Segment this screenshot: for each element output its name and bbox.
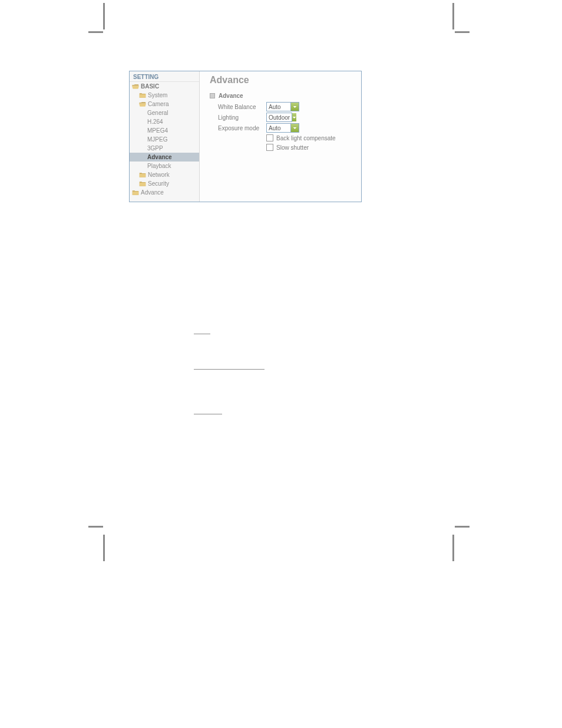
sidebar-item-system[interactable]: System — [130, 91, 199, 100]
exposure-select[interactable]: Auto — [266, 123, 299, 133]
sidebar-item-label: H.264 — [147, 118, 163, 125]
sidebar-item-advance[interactable]: Advance — [130, 153, 199, 162]
sidebar-item-label: Camera — [148, 101, 169, 107]
sidebar-item-mpeg4[interactable]: MPEG4 — [130, 126, 199, 135]
settings-panel: SETTING BASIC System Camera — [129, 71, 362, 202]
decorative-mark — [103, 535, 105, 561]
folder-icon — [139, 92, 146, 99]
sidebar-item-3gpp[interactable]: 3GPP — [130, 144, 199, 153]
decorative-underline — [194, 334, 210, 334]
settings-main: Advance Advance White Balance Auto L — [200, 71, 361, 202]
decorative-mark — [103, 3, 105, 29]
sidebar-item-security[interactable]: Security — [130, 179, 199, 188]
chevron-down-icon — [290, 103, 299, 111]
folder-open-icon — [139, 101, 146, 108]
lighting-select[interactable]: Outdoor — [266, 113, 292, 122]
folder-icon — [132, 189, 139, 196]
exposure-row: Exposure mode Auto — [218, 123, 355, 133]
select-value: Auto — [267, 125, 290, 131]
sidebar-item-mjpeg[interactable]: MJPEG — [130, 135, 199, 144]
sidebar-item-label: System — [148, 92, 167, 98]
sidebar-item-label: Playback — [147, 163, 171, 169]
decorative-underline — [194, 369, 265, 370]
white-balance-select[interactable]: Auto — [266, 102, 299, 111]
folder-icon — [139, 180, 146, 187]
decorative-underline — [194, 414, 222, 414]
select-value: Auto — [267, 104, 290, 110]
section-heading: Advance — [210, 93, 355, 99]
exposure-label: Exposure mode — [218, 125, 266, 131]
chevron-down-icon — [290, 124, 299, 132]
sidebar-item-general[interactable]: General — [130, 108, 199, 117]
decorative-mark — [88, 526, 103, 528]
checkbox-icon — [266, 144, 273, 151]
folder-open-icon — [132, 83, 139, 90]
backlight-checkbox-label: Back light compensate — [276, 135, 336, 141]
chevron-down-icon — [292, 113, 296, 121]
decorative-mark — [452, 535, 454, 561]
decorative-mark — [455, 31, 470, 33]
lighting-row: Lighting Outdoor — [218, 112, 355, 123]
slow-shutter-checkbox-row[interactable]: Slow shutter — [266, 143, 355, 152]
sidebar-item-label: Advance — [141, 189, 164, 196]
white-balance-row: White Balance Auto — [218, 101, 355, 112]
decorative-mark — [455, 526, 470, 528]
sidebar-item-camera[interactable]: Camera — [130, 100, 199, 108]
sidebar-group-basic[interactable]: BASIC — [130, 82, 199, 91]
sidebar-item-playback[interactable]: Playback — [130, 162, 199, 170]
square-bullet-icon — [210, 93, 215, 98]
folder-icon — [139, 172, 146, 179]
lighting-label: Lighting — [218, 114, 266, 121]
sidebar-group-advance[interactable]: Advance — [130, 188, 199, 197]
backlight-checkbox-row[interactable]: Back light compensate — [266, 133, 355, 143]
sidebar-item-label: Advance — [147, 154, 172, 160]
section-heading-label: Advance — [219, 93, 243, 99]
sidebar-item-label: General — [147, 110, 168, 116]
sidebar-item-h264[interactable]: H.264 — [130, 117, 199, 126]
sidebar-group-basic-label: BASIC — [141, 83, 159, 90]
page-title: Advance — [210, 75, 355, 85]
white-balance-label: White Balance — [218, 104, 266, 110]
sidebar-item-label: Security — [148, 180, 169, 187]
select-value: Outdoor — [267, 114, 292, 121]
sidebar-item-label: Network — [148, 172, 170, 178]
sidebar-item-label: MJPEG — [147, 136, 167, 143]
decorative-mark — [452, 3, 454, 29]
settings-sidebar: SETTING BASIC System Camera — [130, 71, 200, 202]
checkbox-icon — [266, 134, 273, 141]
sidebar-item-label: MPEG4 — [147, 127, 168, 134]
sidebar-item-network[interactable]: Network — [130, 170, 199, 179]
sidebar-item-label: 3GPP — [147, 145, 163, 151]
decorative-mark — [88, 31, 103, 33]
slow-shutter-checkbox-label: Slow shutter — [276, 144, 309, 151]
sidebar-title: SETTING — [130, 71, 199, 82]
